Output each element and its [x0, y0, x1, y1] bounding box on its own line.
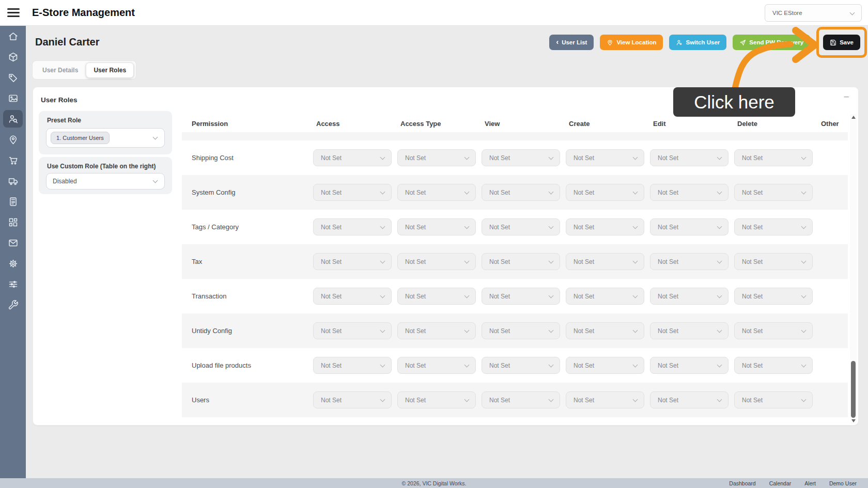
permission-select[interactable]: Not Set	[566, 218, 644, 235]
tab-user-roles[interactable]: User Roles	[86, 62, 134, 78]
sidebar-item-user-search[interactable]	[0, 108, 26, 129]
permission-select[interactable]: Not Set	[482, 253, 560, 270]
hamburger-menu-icon[interactable]	[7, 8, 20, 18]
permission-select[interactable]: Not Set	[734, 357, 813, 374]
sidebar-item-cart[interactable]	[0, 150, 26, 170]
store-selector[interactable]: VIC EStore	[765, 4, 862, 22]
collapse-card-button[interactable]: –	[844, 91, 849, 102]
select-value: Not Set	[658, 327, 678, 335]
sidebar-item-gear[interactable]	[0, 253, 26, 274]
permission-select[interactable]: Not Set	[482, 184, 560, 201]
custom-role-select[interactable]: Disabled	[46, 173, 165, 190]
user-list-button[interactable]: ‹ User List	[549, 35, 594, 50]
sidebar-item-dashboard-grid[interactable]	[0, 212, 26, 232]
sidebar-item-package[interactable]	[0, 46, 26, 67]
save-button[interactable]: Save	[823, 35, 860, 50]
select-value: Not Set	[321, 258, 342, 265]
switch-user-button[interactable]: Switch User	[669, 35, 726, 50]
scrollbar-thumb[interactable]	[851, 361, 856, 418]
permission-select[interactable]: Not Set	[566, 357, 644, 374]
permission-select[interactable]: Not Set	[650, 357, 729, 374]
permission-select[interactable]: Not Set	[397, 391, 476, 408]
send-pw-recovery-button[interactable]: Send PW Recovery	[733, 35, 810, 50]
permission-label: System Config	[192, 188, 236, 196]
view-location-button[interactable]: View Location	[600, 35, 663, 50]
chevron-down-icon	[801, 258, 807, 263]
permission-select[interactable]: Not Set	[397, 288, 476, 305]
permission-select[interactable]: Not Set	[482, 322, 560, 339]
footer-link-alert[interactable]: Alert	[804, 480, 816, 486]
permission-select[interactable]: Not Set	[313, 322, 392, 339]
permission-select[interactable]: Not Set	[650, 253, 729, 270]
sidebar-item-image[interactable]	[0, 88, 26, 108]
permission-select[interactable]: Not Set	[313, 184, 392, 201]
permission-select[interactable]: Not Set	[566, 322, 644, 339]
sidebar-item-truck[interactable]	[0, 170, 26, 191]
permission-select[interactable]: Not Set	[734, 288, 813, 305]
chevron-down-icon	[801, 224, 807, 229]
permission-select[interactable]: Not Set	[650, 184, 729, 201]
permission-select[interactable]: Not Set	[397, 218, 476, 235]
permission-select[interactable]: Not Set	[482, 149, 560, 166]
permission-select[interactable]: Not Set	[397, 357, 476, 374]
permission-select[interactable]: Not Set	[397, 184, 476, 201]
sidebar-item-sliders[interactable]	[0, 274, 26, 294]
sidebar-item-location[interactable]	[0, 129, 26, 150]
image-icon	[3, 89, 23, 107]
permission-select[interactable]: Not Set	[650, 288, 729, 305]
chevron-down-icon	[464, 362, 470, 367]
chevron-down-icon	[464, 397, 470, 402]
permission-select[interactable]: Not Set	[397, 322, 476, 339]
wrench-icon	[3, 296, 23, 313]
permission-select[interactable]: Not Set	[734, 218, 813, 235]
permission-select[interactable]: Not Set	[482, 218, 560, 235]
permission-select[interactable]: Not Set	[734, 149, 813, 166]
chevron-down-icon	[801, 154, 807, 160]
sidebar-item-home[interactable]	[0, 26, 26, 46]
select-value: Not Set	[321, 327, 342, 335]
permission-select[interactable]: Not Set	[734, 391, 813, 408]
permission-select[interactable]: Not Set	[734, 322, 813, 339]
permission-select[interactable]: Not Set	[313, 253, 392, 270]
permission-select[interactable]: Not Set	[734, 253, 813, 270]
chevron-down-icon	[464, 258, 470, 263]
permission-select[interactable]: Not Set	[482, 391, 560, 408]
permission-select[interactable]: Not Set	[313, 149, 392, 166]
permission-select[interactable]: Not Set	[482, 288, 560, 305]
scroll-up-icon[interactable]	[851, 116, 856, 119]
select-value: Not Set	[658, 224, 678, 231]
table-row: TaxNot SetNot SetNot SetNot SetNot SetNo…	[182, 244, 848, 279]
sidebar-item-tag[interactable]	[0, 67, 26, 88]
table-scrollbar[interactable]	[850, 114, 857, 424]
custom-role-label: Use Custom Role (Table on the right)	[47, 163, 156, 170]
permission-select[interactable]: Not Set	[397, 149, 476, 166]
sidebar-item-calculator[interactable]	[0, 191, 26, 212]
permission-select[interactable]: Not Set	[734, 184, 813, 201]
permission-select[interactable]: Not Set	[397, 253, 476, 270]
permission-select[interactable]: Not Set	[566, 184, 644, 201]
permission-select[interactable]: Not Set	[650, 322, 729, 339]
permission-select[interactable]: Not Set	[482, 357, 560, 374]
permission-select[interactable]: Not Set	[313, 288, 392, 305]
sidebar-item-mail[interactable]	[0, 232, 26, 253]
permission-select[interactable]: Not Set	[650, 149, 729, 166]
footer-bar: © 2026, VIC Digital Works. DashboardCale…	[0, 478, 868, 488]
scroll-down-icon[interactable]	[851, 419, 856, 422]
footer-link-calendar[interactable]: Calendar	[769, 480, 792, 486]
permission-select[interactable]: Not Set	[313, 218, 392, 235]
preset-role-select[interactable]: 1. Customer Users	[46, 128, 165, 148]
gear-icon	[3, 255, 23, 272]
permission-select[interactable]: Not Set	[566, 253, 644, 270]
footer-link-dashboard[interactable]: Dashboard	[729, 480, 755, 486]
permission-select[interactable]: Not Set	[566, 391, 644, 408]
tab-user-details[interactable]: User Details	[35, 62, 86, 78]
permission-select[interactable]: Not Set	[650, 391, 729, 408]
sidebar-item-wrench[interactable]	[0, 294, 26, 315]
permission-select[interactable]: Not Set	[313, 391, 392, 408]
permission-select[interactable]: Not Set	[313, 357, 392, 374]
permission-select[interactable]: Not Set	[566, 149, 644, 166]
select-value: Not Set	[574, 224, 594, 231]
permission-select[interactable]: Not Set	[566, 288, 644, 305]
footer-link-demo-user[interactable]: Demo User	[829, 480, 857, 486]
permission-select[interactable]: Not Set	[650, 218, 729, 235]
